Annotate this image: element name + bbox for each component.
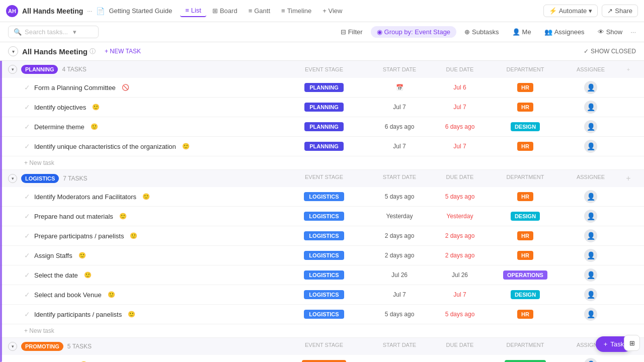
status-badge: PLANNING: [304, 83, 343, 92]
col-header-assignee-l: ASSIGNEE: [560, 174, 621, 183]
chevron-down-icon: ▾: [73, 28, 76, 36]
table-row[interactable]: ✓ Prepare hand out materials 🙂 LOGISTICS…: [0, 207, 644, 226]
status-badge: LOGISTICS: [304, 192, 344, 201]
due-date: 6 days ago: [430, 123, 490, 130]
start-date: Jul 26: [369, 272, 430, 279]
table-row[interactable]: ✓ Identify Moderators and Facilitators 🙂…: [0, 187, 644, 207]
group-collapse-promoting[interactable]: ▾: [8, 342, 17, 351]
emoji-icon: 🙂: [128, 311, 135, 318]
table-row[interactable]: ✓ Select the date 🙂 LOGISTICS Jul 26 Jul…: [0, 265, 644, 285]
section-collapse-button[interactable]: ▾: [8, 46, 18, 56]
status-badge: LOGISTICS: [304, 270, 344, 280]
group-by-button[interactable]: ◉ Group by: Event Stage: [371, 26, 457, 38]
table-row[interactable]: ✓ Identify unique characteristics of the…: [0, 137, 644, 156]
col-header-event-stage-p: EVENT STAGE: [279, 342, 369, 351]
group-promoting: ▾ PROMOTING 5 TASKS EVENT STAGE START DA…: [0, 338, 644, 362]
main-content: ▾ All Hands Meeting ⓘ + NEW TASK ✓ SHOW …: [0, 42, 644, 362]
task-count-planning: 4 TASKS: [62, 66, 86, 73]
add-task-logistics[interactable]: + New task: [0, 324, 644, 338]
more-options-button[interactable]: ···: [630, 28, 636, 36]
col-header-start-date-l: START DATE: [369, 174, 430, 183]
check-icon[interactable]: ✓: [24, 232, 30, 240]
avatar: 👤: [584, 229, 597, 242]
table-row[interactable]: ✓ Identify objectives 🙂 PLANNING Jul 7 J…: [0, 98, 644, 117]
show-button[interactable]: 👁 Show: [593, 26, 628, 38]
avatar: 👤: [584, 308, 597, 321]
dept-badge: HR: [517, 251, 533, 260]
table-row[interactable]: ✓ Determine theme 🙂 PLANNING 6 days ago …: [0, 117, 644, 137]
dept-badge: DESIGN: [511, 212, 540, 221]
check-icon[interactable]: ✓: [24, 142, 30, 150]
task-name: Identify unique characteristics of the o…: [34, 143, 176, 150]
group-collapse-planning[interactable]: ▾: [8, 65, 17, 74]
subtasks-button[interactable]: ⊕ Subtasks: [459, 26, 504, 38]
due-date: 2 days ago: [430, 232, 490, 239]
automate-button[interactable]: ⚡ Automate ▾: [543, 5, 598, 17]
status-badge: LOGISTICS: [304, 290, 344, 299]
table-row[interactable]: ✓ Select and book Venue 🙂 LOGISTICS Jul …: [0, 285, 644, 305]
add-task-planning[interactable]: + New task: [0, 156, 644, 170]
table-row[interactable]: ✓ Form a Planning Committee 🚫 PLANNING 📅…: [0, 78, 644, 98]
filter-button[interactable]: ⊟ Filter: [336, 26, 368, 38]
task-name: Select and book Venue: [34, 291, 102, 299]
col-header-department: DEPARTMENT: [490, 66, 560, 72]
check-icon[interactable]: ✓: [24, 310, 30, 318]
dept-badge: OPERATIONS: [503, 270, 547, 280]
check-icon[interactable]: ✓: [24, 83, 30, 92]
check-icon[interactable]: ✓: [24, 123, 30, 131]
group-collapse-logistics[interactable]: ▾: [8, 174, 17, 183]
check-icon[interactable]: ✓: [24, 212, 30, 220]
task-name: Prepare hand out materials: [34, 213, 113, 220]
subtasks-icon: ⊕: [464, 28, 470, 36]
top-nav: AH All Hands Meeting ··· 📄 Getting Start…: [0, 0, 644, 22]
table-row[interactable]: ✓ Get press kits 🙂 PROMOTING Yesterday Y…: [0, 355, 644, 362]
tab-board[interactable]: ⊞ Board: [207, 5, 243, 17]
tab-add-view[interactable]: + View: [317, 5, 347, 17]
show-closed-button[interactable]: ✓ SHOW CLOSED: [584, 48, 636, 55]
tab-list[interactable]: ≡ List: [180, 5, 206, 17]
group-header-promoting: ▾ PROMOTING 5 TASKS EVENT STAGE START DA…: [0, 338, 644, 355]
grid-view-button[interactable]: ⊞: [624, 335, 640, 351]
new-task-button[interactable]: + NEW TASK: [101, 47, 145, 56]
group-label-logistics: LOGISTICS: [21, 174, 59, 183]
table-row[interactable]: ✓ Assign Staffs 🙂 LOGISTICS 2 days ago 2…: [0, 246, 644, 265]
start-date: Jul 7: [369, 104, 430, 111]
dept-badge: HR: [517, 192, 533, 201]
getting-started-link[interactable]: Getting Started Guide: [109, 7, 172, 15]
start-date: 📅: [369, 84, 430, 91]
table-row[interactable]: ✓ Identify participants / panelists 🙂 LO…: [0, 305, 644, 324]
me-button[interactable]: 👤 Me: [507, 26, 536, 38]
emoji-icon: 🙂: [142, 193, 150, 200]
tab-timeline[interactable]: ≡ Timeline: [276, 5, 316, 17]
table-row[interactable]: ✓ Prepare participatns / panelists 🙂 LOG…: [0, 226, 644, 246]
share-button[interactable]: ↗ Share: [602, 5, 638, 17]
check-icon[interactable]: ✓: [24, 103, 30, 111]
assignees-button[interactable]: 👥 Assignees: [539, 26, 590, 38]
search-input[interactable]: 🔍 Search tasks... ▾: [8, 26, 99, 38]
dept-badge: HR: [517, 142, 533, 151]
me-icon: 👤: [512, 28, 520, 36]
info-icon[interactable]: ⓘ: [90, 47, 96, 56]
add-col-button-l[interactable]: +: [621, 174, 636, 183]
check-icon[interactable]: ✓: [24, 193, 30, 201]
start-date: Yesterday: [369, 213, 430, 220]
check-icon[interactable]: ✓: [24, 271, 30, 279]
col-header-department-p: DEPARTMENT: [490, 342, 560, 351]
start-date: 5 days ago: [369, 311, 430, 318]
plus-icon: +: [604, 340, 608, 348]
dept-badge: HR: [517, 310, 533, 319]
avatar: 👤: [584, 268, 597, 282]
tab-gantt[interactable]: ≡ Gantt: [244, 5, 275, 17]
check-icon[interactable]: ✓: [24, 251, 30, 259]
add-col-button[interactable]: +: [621, 66, 636, 72]
project-more-button[interactable]: ···: [87, 8, 92, 15]
dept-badge: HR: [517, 103, 533, 112]
col-header-event-stage-l: EVENT STAGE: [279, 174, 369, 183]
group-label-promoting: PROMOTING: [21, 342, 63, 351]
col-header-due-date-p: DUE DATE: [430, 342, 490, 351]
due-date: Jul 7: [430, 291, 490, 298]
status-badge: LOGISTICS: [304, 212, 344, 221]
check-icon[interactable]: ✓: [24, 291, 30, 299]
task-count-promoting: 5 TASKS: [67, 343, 92, 350]
task-name: Assign Staffs: [34, 252, 72, 259]
